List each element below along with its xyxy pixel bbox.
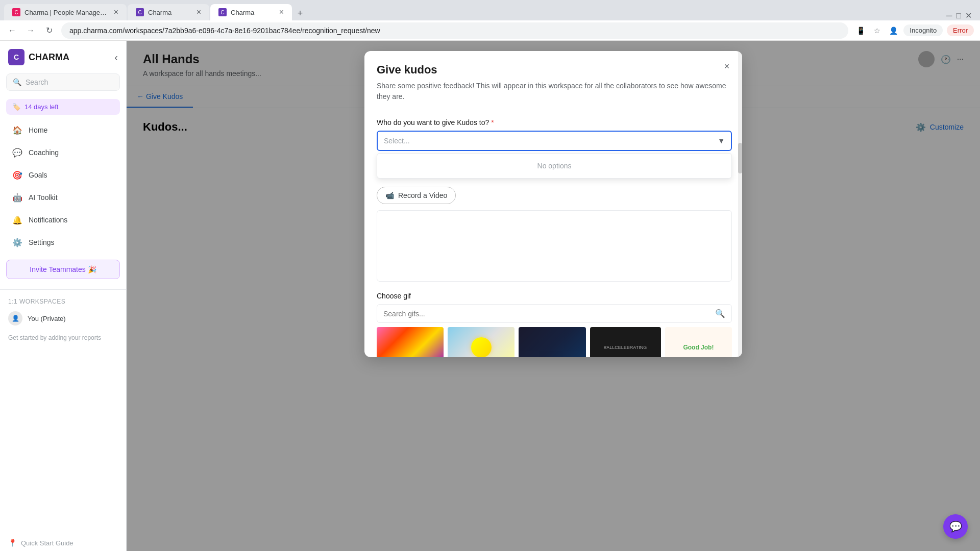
gif-search-icon: 🔍 xyxy=(715,309,725,318)
tab-favicon-3: C xyxy=(218,8,227,16)
search-bar[interactable]: 🔍 Search xyxy=(6,73,120,91)
choose-gif-section: Choose gif 🔍 xyxy=(377,292,732,357)
sidebar-item-label-goals: Goals xyxy=(29,171,47,179)
ai-toolkit-icon: 🤖 xyxy=(12,192,22,203)
sidebar-divider xyxy=(0,289,126,290)
trial-text: 14 days left xyxy=(24,103,59,111)
record-video-area: 📹 Record a Video xyxy=(377,181,732,204)
gif-watermark-text: #ALLCELEBRATING xyxy=(604,345,647,350)
tab-title-2: Charma xyxy=(148,9,192,16)
tab-close-1[interactable]: × xyxy=(114,8,118,17)
kudos-message-textarea[interactable] xyxy=(377,210,732,282)
modal-close-button[interactable]: × xyxy=(720,59,734,73)
tab-favicon-1: C xyxy=(12,8,20,16)
gif-grid: #ALLCELEBRATING Good Job! xyxy=(377,327,732,357)
sidebar-item-coaching[interactable]: 💬 Coaching xyxy=(4,142,122,163)
invite-teammates-button[interactable]: Invite Teammates 🎉 xyxy=(6,260,120,279)
browser-tab-2[interactable]: C Charma × xyxy=(128,4,209,20)
workspace-section-title: 1:1 Workspaces xyxy=(0,294,126,307)
tab-bar: C Charma | People Management ... × C Cha… xyxy=(0,0,980,20)
quick-start-guide[interactable]: 📍 Quick Start Guide xyxy=(0,535,126,551)
chat-icon: 💬 xyxy=(949,520,962,533)
bookmark-icon[interactable]: ☆ xyxy=(871,24,883,37)
gif-item-4[interactable]: #ALLCELEBRATING xyxy=(590,327,661,357)
recipient-field-group: Who do you want to give Kudos to? * ▼ xyxy=(377,118,732,179)
trial-icon: 🏷️ xyxy=(12,103,20,111)
choose-gif-label: Choose gif xyxy=(377,292,732,300)
workspace-helper: Get started by adding your reports xyxy=(0,330,126,346)
chat-bubble[interactable]: 💬 xyxy=(943,514,968,539)
main-content: All Hands 🕐 ··· A workspace for all hand… xyxy=(127,41,980,551)
window-close[interactable]: ✕ xyxy=(965,11,972,20)
sidebar-item-label-coaching: Coaching xyxy=(29,148,59,157)
record-video-label: Record a Video xyxy=(398,191,447,199)
notifications-icon: 🔔 xyxy=(12,215,22,225)
logo: C CHARMA xyxy=(8,49,69,65)
modal-header: Give kudos Share some positive feedback!… xyxy=(364,51,742,110)
logo-text: CHARMA xyxy=(29,52,69,63)
record-video-button[interactable]: 📹 Record a Video xyxy=(377,187,456,204)
give-kudos-modal: Give kudos Share some positive feedback!… xyxy=(364,51,742,357)
tab-close-3[interactable]: × xyxy=(279,8,284,17)
tab-title-3: Charma xyxy=(231,9,275,16)
sidebar-item-notifications[interactable]: 🔔 Notifications xyxy=(4,210,122,230)
logo-icon: C xyxy=(8,49,24,65)
settings-icon: ⚙️ xyxy=(12,237,22,247)
address-bar: ← → ↻ app.charma.com/workspaces/7a2bb9a6… xyxy=(0,20,980,41)
modal-overlay[interactable]: Give kudos Share some positive feedback!… xyxy=(127,41,980,551)
url-bar[interactable]: app.charma.com/workspaces/7a2bb9a6-e096-… xyxy=(61,22,848,39)
sidebar-item-label-settings: Settings xyxy=(29,238,55,246)
recipient-select-container[interactable]: ▼ No options xyxy=(377,131,732,179)
profile-icon[interactable]: 👤 xyxy=(887,24,899,37)
modal-title: Give kudos xyxy=(377,63,730,77)
goals-icon: 🎯 xyxy=(12,170,22,180)
error-button[interactable]: Error xyxy=(947,24,974,36)
video-camera-icon: 📹 xyxy=(385,191,394,199)
sidebar-item-goals[interactable]: 🎯 Goals xyxy=(4,165,122,185)
app: C CHARMA ‹ 🔍 Search 🏷️ 14 days left 🏠 Ho… xyxy=(0,41,980,551)
recipient-select[interactable]: ▼ xyxy=(377,131,732,151)
gif-search-input[interactable] xyxy=(383,310,711,318)
gif-item-5[interactable]: Good Job! xyxy=(665,327,732,357)
browser-tab-1[interactable]: C Charma | People Management ... × xyxy=(4,4,127,20)
gif-item-3[interactable] xyxy=(519,327,585,357)
tab-close-2[interactable]: × xyxy=(197,8,201,17)
home-icon: 🏠 xyxy=(12,125,22,135)
workspace-name: You (Private) xyxy=(28,315,66,322)
sidebar-item-ai-toolkit[interactable]: 🤖 AI Toolkit xyxy=(4,187,122,208)
address-icons: 📱 ☆ 👤 Incognito Error xyxy=(854,24,974,37)
required-indicator: * xyxy=(491,118,494,127)
browser-tab-3[interactable]: C Charma × xyxy=(210,4,292,20)
recipient-dropdown: No options xyxy=(377,153,732,179)
forward-button[interactable]: → xyxy=(24,24,37,37)
select-chevron-icon: ▼ xyxy=(718,137,725,145)
workspace-item-you[interactable]: 👤 You (Private) xyxy=(0,307,126,330)
sidebar-item-settings[interactable]: ⚙️ Settings xyxy=(4,232,122,253)
window-restore[interactable]: □ xyxy=(956,11,961,20)
gif-item-1[interactable] xyxy=(377,327,444,357)
sidebar: C CHARMA ‹ 🔍 Search 🏷️ 14 days left 🏠 Ho… xyxy=(0,41,127,551)
window-minimize[interactable]: ─ xyxy=(946,11,952,20)
new-tab-button[interactable]: + xyxy=(293,6,307,20)
workspace-avatar: 👤 xyxy=(8,311,22,325)
no-options-label: No options xyxy=(377,154,731,178)
back-button[interactable]: ← xyxy=(6,24,18,37)
sidebar-item-label-home: Home xyxy=(29,126,47,134)
modal-scrollbar[interactable] xyxy=(738,51,742,357)
recipient-search-input[interactable] xyxy=(384,137,710,145)
cast-icon[interactable]: 📱 xyxy=(854,24,867,37)
gif-good-job-text: Good Job! xyxy=(683,344,714,351)
sidebar-item-home[interactable]: 🏠 Home xyxy=(4,120,122,140)
gif-search-container[interactable]: 🔍 xyxy=(377,304,732,323)
tab-favicon-2: C xyxy=(136,8,144,16)
reload-button[interactable]: ↻ xyxy=(43,24,55,37)
search-icon: 🔍 xyxy=(13,78,21,86)
sidebar-item-label-notifications: Notifications xyxy=(29,216,67,224)
gif-item-2[interactable] xyxy=(448,327,514,357)
sidebar-item-label-ai-toolkit: AI Toolkit xyxy=(29,193,58,202)
trial-badge: 🏷️ 14 days left xyxy=(6,99,120,115)
sidebar-toggle-icon[interactable]: ‹ xyxy=(114,52,118,63)
quick-start-label: Quick Start Guide xyxy=(21,539,74,547)
search-label: Search xyxy=(26,78,48,86)
tab-title-1: Charma | People Management ... xyxy=(24,9,110,16)
